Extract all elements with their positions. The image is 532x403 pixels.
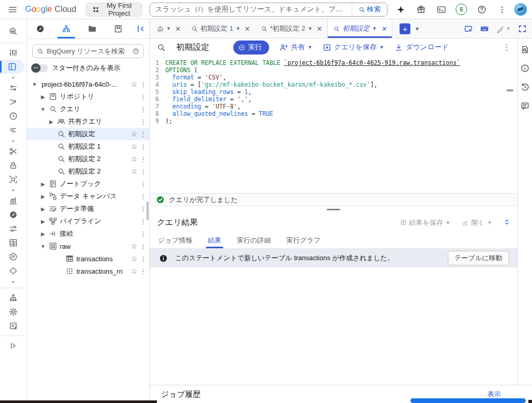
star-icon[interactable]: ☆ [130,155,138,163]
history-icon[interactable] [520,81,531,92]
tree-item-transactions[interactable]: transactions☆⋮ [27,252,149,265]
info-outline-icon[interactable] [520,62,531,74]
rail-item-tree-org[interactable] [0,291,26,305]
share-button[interactable]: 共有▼ [280,43,312,52]
tree-expander[interactable]: ▶ [47,119,56,125]
star-icon[interactable]: ☆ [130,242,138,250]
tree-expander[interactable]: ▶ [38,194,47,199]
help-icon[interactable] [474,2,489,17]
rail-item-compass[interactable] [0,208,26,222]
star-icon[interactable]: ☆ [130,254,138,263]
code-line[interactable]: 7 encoding = 'UTF-8', [150,103,517,110]
star-icon[interactable]: ☆ [130,80,138,88]
resource-search-input[interactable]: BigQuery リソースを検索 [32,44,144,58]
item-menu-icon[interactable]: ⋮ [140,230,146,238]
tree-expander[interactable]: ▼ [38,106,47,112]
rail-item-note-edit[interactable] [0,319,26,333]
item-menu-icon[interactable]: ⋮ [140,255,146,263]
code-line[interactable]: 3 format = 'CSV', [150,74,517,81]
rail-item-grid-table[interactable] [0,236,26,250]
rail-item-bars-dots[interactable] [0,46,26,60]
editor-tab-初期設定 1[interactable]: 初期設定 1▼✕ [186,19,256,38]
editor-tab-home[interactable]: ▼✕ [152,19,186,38]
results-tab-実行の詳細[interactable]: 実行の詳細 [237,232,271,248]
explorer-tab-network[interactable] [53,19,79,38]
download-button[interactable]: ダウンロード [394,43,449,52]
rail-item-frame[interactable] [0,172,26,186]
star-icon[interactable]: ☆ [130,267,138,275]
rail-item-workspace-dashboard[interactable] [0,60,24,74]
tree-item-データ準備[interactable]: ▶データ準備⋮ [27,203,149,215]
tree-item-初期設定[interactable]: 初期設定☆⋮ [27,128,149,140]
expand-collapse-results-icon[interactable] [503,219,510,227]
code-line[interactable]: 2OPTIONS ( [150,66,517,74]
save-results-button[interactable]: 結果を保存▼ [400,218,450,227]
item-menu-icon[interactable]: ⋮ [140,218,146,225]
cloud-shell-icon[interactable] [433,2,449,17]
bottom-scrollbar[interactable] [410,398,526,403]
tab-caret-icon[interactable]: ▼ [236,26,241,31]
tab-close-icon[interactable]: ✕ [381,25,387,33]
tree-item-transactions_rn[interactable]: transactions_rn☆⋮ [27,265,149,277]
results-tab-結果[interactable]: 結果 [208,232,221,248]
global-search[interactable]: スラッシュ（/）を使用してリソース、ドキュメント、プロダ... 検索 [150,3,388,17]
tree-expander[interactable]: ▶ [38,206,47,212]
code-line[interactable]: 6 field_delimiter = ',', [150,96,517,103]
editor-scrollbar-mark[interactable] [507,89,513,91]
item-menu-icon[interactable]: ⋮ [140,180,146,188]
item-menu-icon[interactable]: ⋮ [140,118,146,126]
tree-item-クエリ[interactable]: ▼クエリ⋮ [27,103,149,115]
fullscreen-icon[interactable] [518,24,527,33]
rail-item-tune[interactable] [0,222,26,236]
rail-item-align-lines[interactable] [0,123,26,137]
tab-caret-icon[interactable]: ▼ [372,26,377,31]
tree-item-パイプライン[interactable]: ▶パイプライン⋮ [27,215,149,227]
doc-search-icon[interactable] [520,44,531,55]
tree-item-project-6b16f97a-64c0-...[interactable]: ▼project-6b16f97a-64c0-...☆⋮ [27,78,149,90]
code-line[interactable]: 5 skip_leading_rows = 1, [150,88,517,96]
tree-expander[interactable]: ▶ [38,181,47,187]
item-menu-icon[interactable]: ⋮ [140,193,146,200]
comment-icon[interactable] [520,100,531,111]
rail-item-chart-line[interactable] [0,194,26,208]
tree-expander[interactable]: ▶ [38,94,47,100]
tree-expander[interactable]: ▶ [38,219,47,224]
rail-item-clock[interactable] [0,109,26,123]
item-menu-icon[interactable]: ⋮ [140,105,146,113]
item-menu-icon[interactable]: ⋮ [140,168,146,176]
rail-item-swap-arrows[interactable] [0,81,26,95]
split-view-icon[interactable] [464,24,473,33]
tree-item-接続[interactable]: ▶接続⋮ [27,227,149,240]
avatar[interactable] [514,3,527,16]
gemini-sparkle-icon[interactable] [393,2,408,17]
rail-item-lock[interactable] [0,158,26,172]
tab-close-icon[interactable]: ✕ [175,25,181,33]
editor-tab-初期設定[interactable]: 初期設定▼✕ [327,19,392,38]
tree-expander[interactable]: ▼ [30,82,39,87]
item-menu-icon[interactable]: ⋮ [140,267,146,275]
run-button[interactable]: 実行 [233,41,269,55]
tree-item-ノートブック[interactable]: ▶ノートブック⋮ [27,178,149,190]
code-line[interactable]: 4 uris = ['gs://mf-kakeibo-bucket_karon/… [150,81,517,88]
item-menu-icon[interactable]: ⋮ [140,243,146,250]
go-to-table-button[interactable]: テーブルに移動 [448,251,509,265]
explorer-tab-compass-filled[interactable] [27,19,53,38]
rail-item-bigquery-logo[interactable] [0,22,26,40]
more-vert-icon[interactable] [494,2,510,17]
save-query-button[interactable]: クエリを保存▼ [323,43,384,52]
toolbar-more-icon[interactable]: ⋮ [503,43,510,52]
open-in-button[interactable]: 開く▼ [462,218,492,227]
item-menu-icon[interactable]: ⋮ [140,143,146,151]
star-icon[interactable]: ☆ [130,167,138,176]
results-tab-実行グラフ[interactable]: 実行グラフ [286,232,321,248]
starred-only-toggle[interactable] [32,64,48,72]
rail-item-gear[interactable] [0,305,26,319]
tree-item-リポジトリ[interactable]: ▶リポジトリ⋮ [27,90,149,103]
search-button[interactable]: 検索 [352,3,387,16]
tree-item-初期設定 2[interactable]: 初期設定 2☆⋮ [27,165,149,178]
job-history-show-link[interactable]: 表示 [487,389,501,399]
new-tab-button[interactable]: + [400,23,410,34]
item-menu-icon[interactable]: ⋮ [140,93,146,101]
tab-close-icon[interactable]: ✕ [245,25,250,33]
code-line[interactable]: 8 allow_quoted_newlines = TRUE [150,110,517,117]
